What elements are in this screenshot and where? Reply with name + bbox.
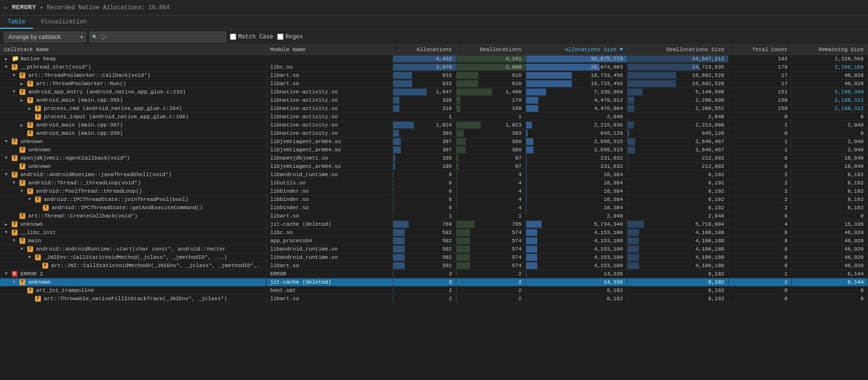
match-case-label[interactable]: Match Case [230,34,273,40]
dealloc-size-cell: 2,648,467 [627,138,728,146]
dealloc-size-cell: 212,992 [627,154,728,163]
table-row[interactable]: f process_input (android_native_app_glue… [0,113,868,121]
recorded-text: Recorded Native Allocations: 16.864 [47,4,170,11]
arrange-dropdown[interactable]: Arrange by callstack Arrange by allocati… [4,32,86,42]
alloc-cell: 105 [393,163,456,171]
back-button[interactable]: ← [4,4,8,12]
table-row[interactable]: ▼ f android_app_entry (android_native_ap… [0,88,868,96]
total-count-cell: 2 [728,179,792,187]
table-row[interactable]: ▼ f main app_process645825744,153,1004,1… [0,237,868,245]
dealloc-size-cell: 4,106,180 [627,237,728,245]
table-row[interactable]: ▶ f process_cmd (android_native_app_glue… [0,105,868,113]
dealloc-size-cell: 8,192 [627,295,728,303]
dealloc-cell: 574 [456,229,526,237]
dealloc-size-cell: 8,192 [627,196,728,204]
table-row[interactable]: f art::Thread::CreateCallback(void*) lib… [0,212,868,220]
total-count-cell: 8 [728,163,792,171]
table-row[interactable]: ▶ f unknown jit-cache (deleted)7697655,7… [0,220,868,229]
table-row[interactable]: f android_main (main.cpp:350) libnative-… [0,129,868,138]
table-row[interactable]: f unknown libjvmtiagent_arm64.so3873862,… [0,146,868,154]
search-input[interactable] [90,32,226,42]
table-row[interactable]: ▼ f unknown libjvmtiagent_arm64.so387386… [0,138,868,146]
module-cell: libc.so [266,63,393,72]
tab-table[interactable]: Table [0,16,33,29]
table-row[interactable]: ▼ f __pthread_start(void*) libc.so3,0792… [0,63,868,72]
table-row[interactable]: ▼ f android::PoolThread::threadLoop() li… [0,187,868,196]
table-row[interactable]: ▼ f android::Thread::_threadLoop(void*) … [0,179,868,187]
regex-checkbox[interactable] [277,34,283,40]
dealloc-size-cell: 34,547,211 [627,55,728,63]
callstack-cell: f art::Throwable_nativeFillInStackTrace(… [0,295,266,303]
alloc-cell: 1,647 [393,88,456,96]
col-alloc-size[interactable]: Allocations Size ▼ [526,45,627,55]
table-row[interactable]: ▼ f _JNIEnv::CallStaticVoidMethod(_jclas… [0,253,868,262]
table-row[interactable]: ▼ f unknown jit-cache (deleted)3214,3368… [0,278,868,287]
dealloc-size-cell: 2,048 [627,113,728,121]
alloc-size-cell: 645,120 [526,129,627,138]
dealloc-cell: 169 [456,105,526,113]
table-row[interactable]: ▼ f android::AndroidRuntime::start(char … [0,245,868,253]
table-row[interactable]: f unknown libjvmtiagent_arm64.so10597231… [0,163,868,171]
col-callstack[interactable]: Callstack Name [0,45,266,55]
module-cell: libnative-activity.so [266,121,393,129]
callstack-cell: f unknown [0,163,266,171]
alloc-cell: 1 [393,113,456,121]
col-remaining[interactable]: Remaining Size [792,45,868,55]
table-header-row: Callstack Name Module Name Allocations D… [0,45,868,55]
table-row[interactable]: ▼ E ERROR 2 ERROR3214,3368,19216,144 [0,270,868,278]
remaining-size-cell: 18,640 [792,163,868,171]
callstack-cell: ▼ f android::PoolThread::threadLoop() [0,187,266,196]
table-row[interactable]: ▼ f openjdkjvmti::AgentCallback(void*) l… [0,154,868,163]
alloc-size-cell: 16,384 [526,204,627,212]
alloc-cell: 582 [393,229,456,237]
tab-visualization[interactable]: Visualization [33,16,94,29]
col-total-count[interactable]: Total Count [728,45,792,55]
table-row[interactable]: ▼ f android::IPCThreadState::joinThreadP… [0,196,868,204]
table-row[interactable]: ▶ f android_main (main.cpp:387) libnativ… [0,121,868,129]
alloc-size-cell: 4,153,100 [526,229,627,237]
remaining-size-cell: 2,260,168 [792,63,868,72]
table-container[interactable]: Callstack Name Module Name Allocations D… [0,45,868,380]
app-name: MEMORY [12,4,36,11]
table-row[interactable]: f art_jni_trampoline boot.oat228,1928,19… [0,287,868,295]
callstack-cell: ▼ f openjdkjvmti::AgentCallback(void*) [0,154,266,163]
table-row[interactable]: ▼ f __libc_init libc.so5825744,153,1004,… [0,229,868,237]
dealloc-cell: 4,241 [456,55,526,63]
match-case-checkbox[interactable] [230,34,236,40]
total-count-cell: 1 [728,278,792,287]
col-allocations[interactable]: Allocations [393,45,456,55]
table-row[interactable]: ▼ f art::ThreadPoolWorker::Callback(void… [0,72,868,80]
regex-label[interactable]: Regex [277,34,303,40]
table-row[interactable]: f art::JNI::CallStaticVoidMethodV(_JNIEn… [0,262,868,270]
alloc-size-cell: 2,048 [526,113,627,121]
dealloc-size-cell: 4,106,180 [627,253,728,262]
callstack-cell: f art::Thread::CreateCallback(void*) [0,212,266,220]
alloc-cell: 320 [393,96,456,105]
alloc-size-cell: 4,153,100 [526,237,627,245]
dealloc-size-cell: 8,192 [627,270,728,278]
dealloc-size-cell: 8,192 [627,179,728,187]
col-deallocations[interactable]: Deallocations [456,45,526,55]
callstack-cell: f process_input (android_native_app_glue… [0,113,266,121]
table-row[interactable]: ▶ f art::ThreadPoolWorker::Run() libart.… [0,80,868,88]
table-row[interactable]: f art::Throwable_nativeFillInStackTrace(… [0,295,868,303]
alloc-size-cell: 2,048 [526,212,627,220]
table-row[interactable]: ▶ f android_main (main.cpp:355) libnativ… [0,96,868,105]
table-row[interactable]: ▶ 📁 Native heap 4,4334,24136,875,77934,5… [0,55,868,63]
dealloc-size-cell: 4,106,180 [627,229,728,237]
col-dealloc-size[interactable]: Deallocations Size [627,45,728,55]
dealloc-size-cell: 5,149,608 [627,88,728,96]
app-dropdown-arrow[interactable]: ▾ [40,5,43,11]
alloc-size-cell: 8,192 [526,287,627,295]
alloc-cell: 6 [393,179,456,187]
table-row[interactable]: f android::IPCThreadState::getAndExecute… [0,204,868,212]
alloc-cell: 319 [393,105,456,113]
alloc-size-cell: 4,153,100 [526,253,627,262]
total-count-cell: 151 [728,88,792,96]
table-row[interactable]: ▼ f android::AndroidRuntime::javaThreadS… [0,171,868,179]
alloc-size-cell: 16,384 [526,171,627,179]
callstack-cell: f android::IPCThreadState::getAndExecute… [0,204,266,212]
callstack-cell: ▼ f android::Thread::_threadLoop(void*) [0,179,266,187]
col-module[interactable]: Module Name [266,45,393,55]
remaining-size-cell: 2,188,312 [792,96,868,105]
